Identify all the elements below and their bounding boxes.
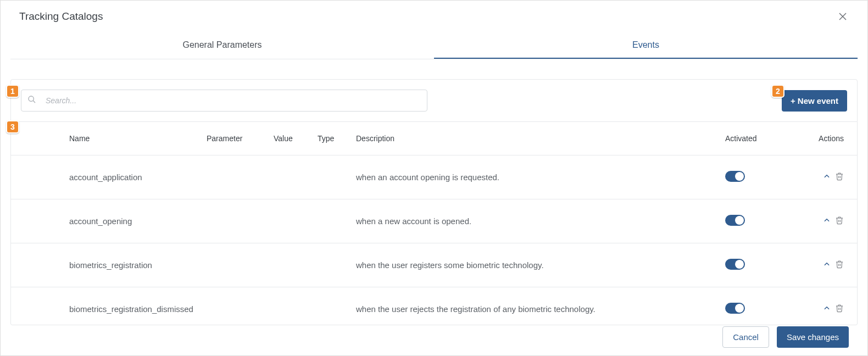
cell-description: when a new account is opened. bbox=[356, 216, 725, 226]
svg-line-3 bbox=[33, 101, 35, 103]
callout-badge-2: 2 bbox=[771, 85, 784, 98]
table-row: account_application when an account open… bbox=[11, 155, 857, 199]
column-header-value: Value bbox=[274, 134, 318, 143]
table-header: Name Parameter Value Type Description Ac… bbox=[11, 122, 857, 155]
column-header-name: Name bbox=[11, 134, 207, 143]
activated-toggle[interactable] bbox=[725, 259, 745, 270]
page-title: Tracking Catalogs bbox=[19, 10, 103, 23]
cell-description: when the user registers some biometric t… bbox=[356, 260, 725, 270]
cell-name: account_opening bbox=[11, 216, 207, 226]
column-header-type: Type bbox=[318, 134, 356, 143]
collapse-icon[interactable] bbox=[823, 216, 831, 226]
table-row: account_opening when a new account is op… bbox=[11, 199, 857, 243]
activated-toggle[interactable] bbox=[725, 171, 745, 182]
cell-name: biometrics_registration bbox=[11, 260, 207, 270]
column-header-actions: Actions bbox=[797, 134, 857, 143]
callout-badge-1: 1 bbox=[6, 85, 19, 98]
column-header-parameter: Parameter bbox=[207, 134, 274, 143]
collapse-icon[interactable] bbox=[823, 304, 831, 314]
cancel-button[interactable]: Cancel bbox=[722, 326, 769, 348]
tabs: General Parameters Events bbox=[10, 32, 858, 59]
cell-description: when the user rejects the registration o… bbox=[356, 304, 725, 314]
column-header-description: Description bbox=[356, 134, 725, 143]
search-input[interactable] bbox=[21, 90, 427, 112]
callout-badge-3: 3 bbox=[6, 120, 19, 134]
table-row: biometrics_registration when the user re… bbox=[11, 243, 857, 287]
column-header-activated: Activated bbox=[725, 134, 797, 143]
activated-toggle[interactable] bbox=[725, 215, 745, 226]
cell-name: account_application bbox=[11, 173, 207, 182]
new-event-button[interactable]: + New event bbox=[782, 90, 847, 112]
tab-events[interactable]: Events bbox=[434, 32, 858, 59]
table-row: biometrics_registration_dismissed when t… bbox=[11, 287, 857, 325]
delete-icon[interactable] bbox=[835, 260, 844, 270]
delete-icon[interactable] bbox=[835, 172, 844, 182]
cell-name: biometrics_registration_dismissed bbox=[11, 304, 207, 314]
activated-toggle[interactable] bbox=[725, 303, 745, 314]
close-icon[interactable] bbox=[837, 10, 849, 25]
collapse-icon[interactable] bbox=[823, 260, 831, 270]
toolbar: + New event bbox=[10, 79, 858, 122]
tab-general-parameters[interactable]: General Parameters bbox=[10, 32, 434, 59]
delete-icon[interactable] bbox=[835, 304, 844, 314]
save-changes-button[interactable]: Save changes bbox=[777, 326, 849, 348]
collapse-icon[interactable] bbox=[823, 173, 831, 182]
search-icon bbox=[27, 95, 36, 106]
svg-point-2 bbox=[29, 96, 34, 101]
delete-icon[interactable] bbox=[835, 216, 844, 226]
events-table[interactable]: Name Parameter Value Type Description Ac… bbox=[10, 122, 858, 325]
cell-description: when an account opening is requested. bbox=[356, 173, 725, 182]
